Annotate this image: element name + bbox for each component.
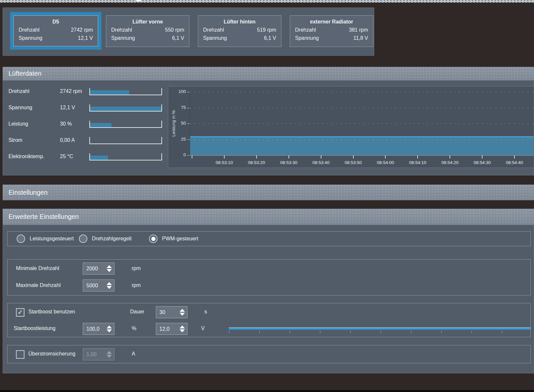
duration-spinner[interactable]: 30 (156, 306, 187, 318)
spin-up-button[interactable] (180, 309, 185, 312)
x-axis-tick-label: 08:54:10 (402, 160, 433, 165)
startboost-checkbox[interactable]: ✓ (16, 308, 24, 317)
startboost-power-spinner[interactable]: 100,0 (83, 323, 114, 335)
spinner-arrows (107, 325, 112, 332)
slider-tick-marks (229, 331, 530, 333)
card-row: Drehzahl 2742 rpm (14, 26, 98, 34)
checkmark-icon: ✓ (18, 309, 23, 316)
x-axis-line (190, 155, 534, 156)
section-header-luefterdaten[interactable]: Lüfterdaten (3, 67, 534, 80)
min-speed-label: Minimale Drehzahl (16, 265, 59, 271)
gauge-bar-fill (90, 90, 129, 95)
min-speed-spinner[interactable]: 2000 (83, 263, 114, 275)
gauge-bar (89, 137, 162, 144)
startboost-voltage-spinner[interactable]: 12,0 (156, 323, 187, 335)
mode-radio-leistungsgesteuert[interactable]: Leistungsgesteuert (17, 232, 74, 246)
y-axis-tick-label: 75 (170, 105, 186, 110)
radio-label: PWM-gesteuert (162, 236, 198, 242)
gauge-value: 0,00 A (60, 137, 75, 143)
metric-label: Drehzahl (295, 26, 316, 34)
spin-up-button[interactable] (107, 282, 112, 285)
metric-value: 12,1 V (78, 34, 93, 42)
x-axis-tick-label: 08:54:20 (434, 160, 466, 165)
card-row: Drehzahl 519 rpm (198, 26, 281, 34)
gauge-row: Leistung 30 % (3, 121, 166, 128)
spinner-arrows (180, 325, 185, 332)
aquasuite-window: D5 Drehzahl 2742 rpm Spannung 12,1 V Lüf… (0, 0, 534, 392)
min-speed-unit: rpm (132, 265, 141, 271)
gauge-row: Elektroniktemp. 25 °C (3, 153, 166, 161)
metric-label: Drehzahl (203, 26, 224, 34)
startboost-label: Startboost benutzen (28, 309, 75, 315)
spin-down-button[interactable] (107, 329, 112, 332)
spin-up-button[interactable] (107, 351, 112, 354)
spinner-value[interactable]: 12,0 (159, 326, 170, 332)
x-axis-tick (514, 156, 515, 158)
spin-down-button[interactable] (107, 355, 112, 358)
x-axis-tick-label: 08:54:40 (499, 160, 530, 165)
x-axis-tick (417, 156, 418, 158)
spin-up-button[interactable] (180, 325, 185, 328)
device-card-d5[interactable]: D5 Drehzahl 2742 rpm Spannung 12,1 V (10, 12, 101, 50)
max-speed-spinner[interactable]: 5000 (83, 279, 114, 292)
gauge-row: Drehzahl 2742 rpm (3, 88, 166, 96)
radio-icon (17, 234, 25, 243)
spin-down-button[interactable] (107, 269, 112, 272)
mode-radio-group: Leistungsgesteuert Drehzahlgeregelt PWM-… (7, 231, 531, 246)
metric-label: Spannung (19, 34, 42, 42)
spin-down-button[interactable] (180, 313, 185, 316)
metric-value: 2742 rpm (71, 26, 93, 34)
section-title: Lüfterdaten (8, 70, 41, 77)
gauge-bar-fill (90, 107, 161, 111)
metric-label: Spannung (295, 34, 319, 42)
startboost-power-label: Startboostleistung (14, 325, 55, 331)
gridline (190, 92, 534, 92)
spinner-value[interactable]: 1,00 (86, 352, 96, 357)
spinner-value[interactable]: 5000 (86, 283, 98, 289)
radio-dot (19, 237, 23, 241)
overcurrent-label: Überstromsicherung (28, 351, 75, 357)
spinner-value[interactable]: 100,0 (86, 326, 99, 332)
card-row: Spannung 12,1 V (14, 34, 98, 42)
metric-label: Drehzahl (111, 26, 132, 34)
gauge-row: Spannung 12,1 V (3, 104, 166, 112)
y-axis-tick (187, 108, 190, 108)
spinner-value[interactable]: 2000 (86, 266, 98, 272)
radio-icon (79, 234, 87, 243)
x-axis-tick (289, 156, 289, 158)
y-axis-tick-label: 0 (170, 152, 186, 157)
spinner-value[interactable]: 30 (159, 309, 165, 315)
device-card-title: Lüfter hinten (198, 18, 281, 26)
device-card-luefter-hinten[interactable]: Lüfter hinten Drehzahl 519 rpm Spannung … (198, 15, 281, 47)
radio-icon (149, 234, 157, 243)
device-card-luefter-vorne[interactable]: Lüfter vorne Drehzahl 550 rpm Spannung 6… (106, 15, 189, 47)
mode-radio-pwm-gesteuert[interactable]: PWM-gesteuert (149, 232, 198, 246)
window-top-dotted-strip (0, 0, 534, 3)
duration-label: Dauer (130, 309, 144, 315)
overcurrent-unit: A (132, 351, 135, 357)
card-row: Drehzahl 381 rpm (290, 26, 373, 34)
device-card-externer-radiator[interactable]: externer Radiator Drehzahl 381 rpm Spann… (290, 15, 373, 47)
gauge-value: 2742 rpm (60, 88, 82, 94)
x-axis-tick-label: 08:54:30 (467, 160, 498, 165)
metric-value: 519 rpm (257, 26, 276, 34)
overcurrent-spinner[interactable]: 1,00 (83, 348, 114, 360)
gauge-bar-fill (90, 156, 108, 160)
spinner-arrows (180, 309, 185, 316)
gauge-label: Elektroniktemp. (8, 154, 44, 159)
spin-up-button[interactable] (107, 265, 112, 268)
section-header-einstellungen[interactable]: Einstellungen (3, 185, 534, 200)
device-card-title: D5 (14, 18, 98, 26)
overcurrent-checkbox[interactable]: ✓ (16, 350, 24, 359)
x-axis-tick (321, 156, 321, 158)
gauge-bar (89, 121, 162, 128)
startboost-voltage-slider[interactable] (229, 327, 530, 330)
section-header-erweiterte-einstellungen[interactable]: Erweiterte Einstellungen (3, 209, 534, 225)
mode-radio-drehzahlgeregelt[interactable]: Drehzahlgeregelt (79, 232, 132, 246)
metric-label: Spannung (111, 34, 135, 42)
spin-up-button[interactable] (107, 325, 112, 328)
gridline (190, 108, 534, 108)
spin-down-button[interactable] (107, 286, 112, 289)
spin-down-button[interactable] (180, 329, 185, 332)
x-axis-tick-label: 08:53:30 (273, 160, 304, 165)
